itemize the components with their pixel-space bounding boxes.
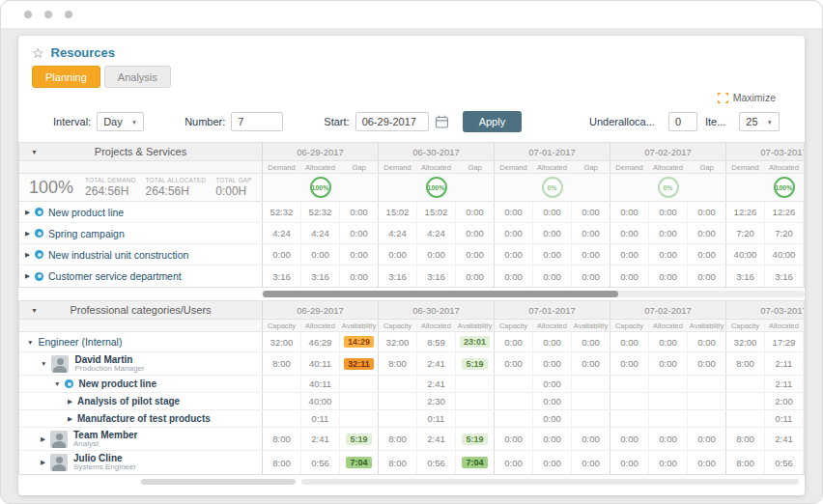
projects-subheader-row: DemandAllocatedGapDemandAllocatedGapDema… bbox=[19, 161, 804, 174]
value-cell bbox=[495, 376, 533, 392]
project-name[interactable]: New product line bbox=[48, 207, 124, 218]
category-name[interactable]: Engineer (Internal) bbox=[38, 336, 122, 348]
user-name[interactable]: David Martin bbox=[74, 354, 144, 365]
caret-down-icon[interactable]: ▼ bbox=[27, 339, 33, 346]
task-row-label-cell[interactable]: ▼New product line bbox=[19, 376, 263, 392]
caret-down-icon[interactable]: ▼ bbox=[31, 149, 38, 155]
page-title: Resources bbox=[51, 45, 115, 60]
favorite-star-icon[interactable]: ☆ bbox=[32, 46, 44, 60]
user-row-label-cell[interactable]: ▼David MartinProduction Manager bbox=[19, 352, 263, 375]
number-input[interactable] bbox=[231, 112, 283, 131]
availability-badge: 7:04 bbox=[346, 457, 371, 468]
value-cell: 8:59 bbox=[417, 332, 456, 351]
value-cell: 0:00 bbox=[533, 352, 572, 375]
caret-right-icon[interactable]: ▶ bbox=[41, 459, 45, 466]
value-cell: 8:00 bbox=[726, 352, 765, 375]
allocation-percent-circle: 100% bbox=[310, 177, 331, 198]
caret-right-icon[interactable]: ▶ bbox=[68, 398, 72, 406]
task-row-label-cell[interactable]: ▶Manufacture of test products bbox=[19, 410, 263, 427]
subcol-header: Allocated bbox=[649, 161, 688, 173]
apply-button[interactable]: Apply bbox=[463, 111, 523, 132]
caret-down-icon[interactable]: ▼ bbox=[54, 380, 60, 387]
value-cell: 40:11 bbox=[301, 376, 340, 392]
value-cell: 0:00 bbox=[649, 202, 688, 222]
value-cell: 4:24 bbox=[379, 223, 417, 243]
value-cell: 0:00 bbox=[688, 266, 726, 287]
user-name[interactable]: Team Member bbox=[73, 430, 138, 440]
value-cell: 0:00 bbox=[572, 451, 610, 474]
category-row-label-cell[interactable]: ▼Engineer (Internal) bbox=[19, 332, 263, 351]
value-cell bbox=[804, 266, 805, 287]
start-date-input[interactable] bbox=[355, 112, 429, 131]
project-name[interactable]: Customer service department bbox=[48, 270, 182, 282]
subcol-header: Gap bbox=[688, 161, 726, 173]
tab-planning[interactable]: Planning bbox=[32, 66, 100, 88]
value-cell bbox=[688, 376, 726, 392]
caret-right-icon[interactable]: ▶ bbox=[25, 272, 30, 280]
bottom-scrollbars bbox=[18, 479, 805, 486]
value-cell bbox=[804, 352, 805, 375]
value-cell: 0:00 bbox=[688, 223, 726, 243]
value-cell: 0:00 bbox=[340, 223, 379, 243]
project-row-label-cell[interactable]: ▶New product line bbox=[19, 202, 263, 222]
value-cell: 40:11 bbox=[301, 352, 340, 375]
caret-down-icon[interactable]: ▼ bbox=[31, 307, 38, 314]
value-cell: 0:00 bbox=[649, 244, 688, 265]
window-control-dot[interactable] bbox=[24, 11, 32, 18]
underallocated-label: Underalloca... bbox=[589, 116, 655, 127]
user-row-label-cell[interactable]: ▶Julio ClineSystems Engineer bbox=[19, 451, 263, 474]
maximize-button[interactable]: Maximize bbox=[18, 88, 805, 104]
value-cell bbox=[263, 410, 301, 427]
items-select[interactable]: 25 ▼ bbox=[739, 112, 780, 131]
total-value: 0:00H bbox=[215, 185, 251, 197]
value-cell: 0:00 bbox=[379, 244, 417, 265]
value-cell: 0:00 bbox=[649, 451, 688, 474]
task-name[interactable]: Manufacture of test products bbox=[77, 413, 211, 424]
value-cell: 0:00 bbox=[610, 223, 649, 243]
value-cell: 3:16 bbox=[417, 266, 456, 287]
task-name[interactable]: Analysis of pilot stage bbox=[77, 396, 180, 406]
value-cell: 32:11 bbox=[340, 352, 379, 375]
value-cell: 0:00 bbox=[572, 223, 610, 243]
caret-down-icon[interactable]: ▼ bbox=[41, 360, 46, 367]
value-cell: 0:00 bbox=[610, 451, 649, 474]
subcol-header: Allocated bbox=[533, 161, 572, 173]
availability-badge: 32:11 bbox=[344, 358, 374, 370]
project-name[interactable]: Spring campaign bbox=[48, 228, 125, 239]
caret-right-icon[interactable]: ▶ bbox=[25, 230, 30, 238]
total-value: 264:56H bbox=[85, 185, 135, 197]
underallocated-input[interactable] bbox=[668, 112, 697, 131]
calendar-icon[interactable] bbox=[435, 115, 449, 128]
value-cell: 5:19 bbox=[456, 352, 495, 375]
window-control-dot[interactable] bbox=[44, 11, 52, 18]
horizontal-scrollbar-thumb[interactable] bbox=[263, 291, 618, 297]
users-header-row: ▼Professional categories/Users06-29-2017… bbox=[19, 301, 804, 320]
window-control-dot[interactable] bbox=[65, 11, 72, 18]
task-row-label-cell[interactable]: ▶Analysis of pilot stage bbox=[19, 393, 263, 409]
right-pane-scrollbar-track[interactable] bbox=[301, 479, 799, 485]
project-row-label-cell[interactable]: ▶Spring campaign bbox=[19, 223, 263, 243]
project-row-label-cell[interactable]: ▶Customer service department bbox=[19, 266, 263, 287]
project-name[interactable]: New industrial unit construction bbox=[48, 249, 188, 261]
subcol-header: Capacity bbox=[610, 320, 649, 331]
caret-right-icon[interactable]: ▶ bbox=[25, 251, 30, 259]
value-cell: 0:00 bbox=[340, 202, 379, 222]
window-titlebar bbox=[1, 1, 822, 28]
value-cell: 2:41 bbox=[417, 352, 456, 375]
horizontal-scrollbar-track[interactable] bbox=[262, 291, 805, 297]
interval-select[interactable]: Day ▼ bbox=[97, 112, 144, 131]
value-cell: 0:00 bbox=[610, 202, 649, 222]
value-cell bbox=[804, 244, 805, 265]
task-name[interactable]: New product line bbox=[78, 378, 156, 389]
user-row-label-cell[interactable]: ▶Team MemberAnalyst bbox=[19, 428, 263, 450]
project-icon bbox=[35, 229, 43, 238]
caret-right-icon[interactable]: ▶ bbox=[68, 415, 72, 423]
tab-analysis[interactable]: Analysis bbox=[104, 66, 171, 88]
caret-right-icon[interactable]: ▶ bbox=[41, 435, 45, 443]
value-cell: 8:00 bbox=[263, 451, 301, 474]
date-header: 07-03-2017 bbox=[726, 301, 805, 319]
caret-right-icon[interactable]: ▶ bbox=[25, 209, 30, 216]
user-row: ▼David MartinProduction Manager8:0040:11… bbox=[19, 352, 804, 376]
project-row-label-cell[interactable]: ▶New industrial unit construction bbox=[19, 244, 263, 265]
left-pane-scrollbar-thumb[interactable] bbox=[141, 479, 296, 485]
